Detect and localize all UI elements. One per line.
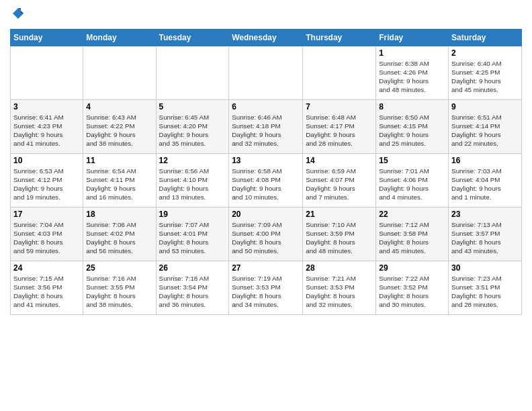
calendar-cell: 21Sunrise: 7:10 AMSunset: 3:59 PMDayligh… (303, 207, 376, 261)
day-number: 8 (379, 102, 445, 111)
day-info: Sunrise: 6:40 AMSunset: 4:25 PMDaylight:… (451, 59, 519, 95)
day-info: Sunrise: 7:22 AMSunset: 3:52 PMDaylight:… (379, 274, 445, 310)
day-number: 22 (379, 210, 445, 219)
logo (10, 7, 25, 24)
day-number: 11 (86, 156, 152, 165)
day-number: 10 (13, 156, 80, 165)
page-header (10, 7, 522, 24)
day-number: 6 (232, 102, 300, 111)
day-info: Sunrise: 6:46 AMSunset: 4:18 PMDaylight:… (232, 113, 300, 148)
calendar-week-3: 10Sunrise: 6:53 AMSunset: 4:12 PMDayligh… (11, 153, 522, 207)
calendar-cell: 16Sunrise: 7:03 AMSunset: 4:04 PMDayligh… (449, 153, 522, 207)
day-number: 19 (159, 210, 226, 219)
day-info: Sunrise: 7:06 AMSunset: 4:02 PMDaylight:… (86, 220, 152, 256)
calendar-cell: 9Sunrise: 6:51 AMSunset: 4:14 PMDaylight… (449, 99, 522, 153)
day-info: Sunrise: 6:43 AMSunset: 4:22 PMDaylight:… (86, 113, 152, 148)
day-number: 25 (86, 263, 152, 273)
day-number: 7 (306, 102, 373, 111)
day-info: Sunrise: 7:07 AMSunset: 4:01 PMDaylight:… (159, 220, 226, 256)
calendar-cell: 30Sunrise: 7:23 AMSunset: 3:51 PMDayligh… (449, 261, 522, 314)
day-number: 9 (451, 102, 519, 111)
day-number: 14 (306, 156, 373, 165)
day-number: 23 (451, 210, 519, 219)
calendar-cell: 25Sunrise: 7:16 AMSunset: 3:55 PMDayligh… (83, 261, 156, 314)
calendar-cell: 24Sunrise: 7:15 AMSunset: 3:56 PMDayligh… (11, 261, 83, 314)
day-info: Sunrise: 7:12 AMSunset: 3:58 PMDaylight:… (379, 220, 445, 256)
calendar-week-4: 17Sunrise: 7:04 AMSunset: 4:03 PMDayligh… (11, 207, 522, 261)
logo-text (10, 7, 25, 24)
day-info: Sunrise: 6:54 AMSunset: 4:11 PMDaylight:… (86, 167, 152, 202)
logo-icon (11, 7, 25, 20)
calendar-cell: 1Sunrise: 6:38 AMSunset: 4:26 PMDaylight… (376, 46, 449, 99)
day-info: Sunrise: 7:23 AMSunset: 3:51 PMDaylight:… (451, 274, 519, 310)
calendar-cell: 2Sunrise: 6:40 AMSunset: 4:25 PMDaylight… (449, 46, 522, 99)
day-info: Sunrise: 7:16 AMSunset: 3:55 PMDaylight:… (86, 274, 152, 310)
day-info: Sunrise: 6:48 AMSunset: 4:17 PMDaylight:… (306, 113, 373, 148)
calendar-cell: 13Sunrise: 6:58 AMSunset: 4:08 PMDayligh… (229, 153, 303, 207)
calendar-cell: 5Sunrise: 6:45 AMSunset: 4:20 PMDaylight… (156, 99, 229, 153)
calendar-week-5: 24Sunrise: 7:15 AMSunset: 3:56 PMDayligh… (11, 261, 522, 314)
day-info: Sunrise: 6:56 AMSunset: 4:10 PMDaylight:… (159, 167, 226, 202)
calendar-week-1: 1Sunrise: 6:38 AMSunset: 4:26 PMDaylight… (11, 46, 522, 99)
day-info: Sunrise: 7:10 AMSunset: 3:59 PMDaylight:… (306, 220, 373, 256)
weekday-header-monday: Monday (83, 29, 156, 46)
page-container: SundayMondayTuesdayWednesdayThursdayFrid… (0, 0, 532, 318)
calendar-cell: 18Sunrise: 7:06 AMSunset: 4:02 PMDayligh… (83, 207, 156, 261)
day-info: Sunrise: 7:18 AMSunset: 3:54 PMDaylight:… (159, 274, 226, 310)
day-number: 17 (13, 210, 80, 219)
day-number: 12 (159, 156, 226, 165)
day-number: 16 (451, 156, 519, 165)
calendar-cell: 22Sunrise: 7:12 AMSunset: 3:58 PMDayligh… (376, 207, 449, 261)
calendar-cell: 3Sunrise: 6:41 AMSunset: 4:23 PMDaylight… (11, 99, 83, 153)
day-info: Sunrise: 6:45 AMSunset: 4:20 PMDaylight:… (159, 113, 226, 148)
calendar-cell: 10Sunrise: 6:53 AMSunset: 4:12 PMDayligh… (11, 153, 83, 207)
calendar-cell: 15Sunrise: 7:01 AMSunset: 4:06 PMDayligh… (376, 153, 449, 207)
calendar-cell: 26Sunrise: 7:18 AMSunset: 3:54 PMDayligh… (156, 261, 229, 314)
calendar-cell (156, 46, 229, 99)
day-number: 29 (379, 263, 445, 273)
calendar-cell (83, 46, 156, 99)
day-number: 5 (159, 102, 226, 111)
weekday-header-thursday: Thursday (303, 29, 376, 46)
day-info: Sunrise: 6:38 AMSunset: 4:26 PMDaylight:… (379, 59, 445, 95)
day-info: Sunrise: 7:03 AMSunset: 4:04 PMDaylight:… (451, 167, 519, 202)
day-number: 21 (306, 210, 373, 219)
calendar-cell (11, 46, 83, 99)
calendar-cell: 7Sunrise: 6:48 AMSunset: 4:17 PMDaylight… (303, 99, 376, 153)
day-number: 2 (451, 48, 519, 58)
day-info: Sunrise: 7:21 AMSunset: 3:53 PMDaylight:… (306, 274, 373, 310)
day-number: 30 (451, 263, 519, 273)
calendar-cell: 11Sunrise: 6:54 AMSunset: 4:11 PMDayligh… (83, 153, 156, 207)
day-info: Sunrise: 6:53 AMSunset: 4:12 PMDaylight:… (13, 167, 80, 202)
calendar-cell: 8Sunrise: 6:50 AMSunset: 4:15 PMDaylight… (376, 99, 449, 153)
day-number: 20 (232, 210, 300, 219)
calendar-cell: 23Sunrise: 7:13 AMSunset: 3:57 PMDayligh… (449, 207, 522, 261)
calendar-cell: 28Sunrise: 7:21 AMSunset: 3:53 PMDayligh… (303, 261, 376, 314)
day-info: Sunrise: 7:15 AMSunset: 3:56 PMDaylight:… (13, 274, 80, 310)
day-info: Sunrise: 7:19 AMSunset: 3:53 PMDaylight:… (232, 274, 300, 310)
day-number: 4 (86, 102, 152, 111)
calendar-cell (229, 46, 303, 99)
day-info: Sunrise: 6:51 AMSunset: 4:14 PMDaylight:… (451, 113, 519, 148)
weekday-header-tuesday: Tuesday (156, 29, 229, 46)
day-number: 28 (306, 263, 373, 273)
calendar-cell: 14Sunrise: 6:59 AMSunset: 4:07 PMDayligh… (303, 153, 376, 207)
day-number: 15 (379, 156, 445, 165)
weekday-header-saturday: Saturday (449, 29, 522, 46)
day-info: Sunrise: 7:09 AMSunset: 4:00 PMDaylight:… (232, 220, 300, 256)
day-number: 1 (379, 48, 445, 58)
day-info: Sunrise: 6:58 AMSunset: 4:08 PMDaylight:… (232, 167, 300, 202)
calendar-cell: 17Sunrise: 7:04 AMSunset: 4:03 PMDayligh… (11, 207, 83, 261)
calendar-table: SundayMondayTuesdayWednesdayThursdayFrid… (10, 29, 522, 315)
calendar-cell: 29Sunrise: 7:22 AMSunset: 3:52 PMDayligh… (376, 261, 449, 314)
calendar-cell (303, 46, 376, 99)
day-number: 24 (13, 263, 80, 273)
weekday-header-friday: Friday (376, 29, 449, 46)
day-info: Sunrise: 6:41 AMSunset: 4:23 PMDaylight:… (13, 113, 80, 148)
day-info: Sunrise: 7:13 AMSunset: 3:57 PMDaylight:… (451, 220, 519, 256)
calendar-cell: 4Sunrise: 6:43 AMSunset: 4:22 PMDaylight… (83, 99, 156, 153)
calendar-cell: 27Sunrise: 7:19 AMSunset: 3:53 PMDayligh… (229, 261, 303, 314)
day-info: Sunrise: 7:04 AMSunset: 4:03 PMDaylight:… (13, 220, 80, 256)
weekday-header-wednesday: Wednesday (229, 29, 303, 46)
day-number: 26 (159, 263, 226, 273)
